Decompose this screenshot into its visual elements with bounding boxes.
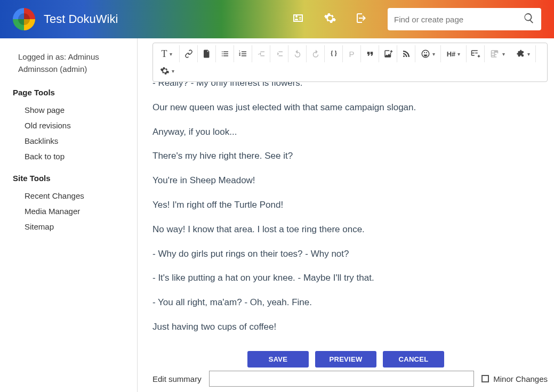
chevron-down-icon: ▾ — [432, 51, 435, 57]
rss-button[interactable] — [397, 45, 415, 62]
undo-icon — [293, 49, 302, 59]
text-style-icon: T — [162, 48, 167, 60]
editor-paragraph[interactable]: There's my hive right there. See it? — [152, 150, 548, 162]
smiley-icon — [421, 49, 430, 59]
outdent-icon — [256, 49, 266, 59]
search-box[interactable] — [388, 8, 541, 30]
preview-button[interactable]: PREVIEW — [315, 351, 376, 368]
content-pane: T▾ P ▾ H#▾ ▾ ▾ ▾ - Really? - My only int… — [138, 38, 554, 392]
bullet-list-button[interactable] — [216, 45, 234, 62]
app-logo — [13, 8, 35, 30]
rss-icon — [402, 49, 411, 59]
editor-paragraph[interactable]: - It's like putting a hat on your knee. … — [152, 272, 548, 284]
plugin-dropdown[interactable]: ▾ — [510, 45, 536, 62]
table-edit-dropdown[interactable]: ▾ — [485, 45, 510, 62]
paragraph-icon: P — [349, 50, 354, 59]
insert-image-button[interactable] — [379, 45, 397, 62]
editor-content[interactable]: - Really? - My only interest is flowers.… — [152, 77, 548, 341]
puzzle-icon — [516, 49, 525, 59]
indent-icon — [275, 49, 284, 59]
redo-icon — [311, 49, 320, 59]
minor-changes-label: Minor Changes — [493, 374, 548, 383]
sidebar-item-backlinks[interactable]: Backlinks — [13, 133, 131, 149]
profile-card-icon[interactable] — [292, 12, 304, 27]
link-icon — [184, 49, 194, 59]
save-button[interactable]: SAVE — [247, 351, 309, 368]
sidebar-item-sitemap[interactable]: Sitemap — [13, 219, 131, 234]
minor-changes-toggle[interactable]: Minor Changes — [481, 374, 548, 383]
settings-dropdown[interactable]: ▾ — [154, 62, 180, 79]
file-button[interactable] — [198, 45, 216, 62]
chevron-down-icon: ▾ — [527, 51, 530, 57]
table-edit-icon — [491, 49, 500, 59]
editor-paragraph[interactable]: Yes! I'm right off the Turtle Pond! — [152, 199, 548, 211]
numbered-list-icon — [238, 49, 248, 59]
sidebar: Logged in as: Adminus Adminsson (admin) … — [0, 38, 138, 392]
undo-button[interactable] — [288, 45, 307, 62]
sidebar-item-show-page[interactable]: Show page — [13, 102, 131, 118]
app-header: Test DokuWiki — [0, 0, 554, 38]
sidebar-item-recent-changes[interactable]: Recent Changes — [13, 188, 131, 203]
search-icon[interactable] — [523, 12, 535, 26]
heading-icon: H# — [447, 50, 456, 58]
chevron-down-icon: ▾ — [170, 51, 172, 57]
logout-icon[interactable] — [356, 12, 368, 27]
checkbox-icon[interactable] — [481, 375, 489, 382]
editor-paragraph[interactable]: Anyway, if you look... — [152, 126, 548, 138]
code-braces-icon — [329, 49, 339, 59]
header-actions — [292, 12, 368, 27]
summary-bar: Edit summary Minor Changes — [152, 371, 548, 387]
login-info: Logged in as: Adminus Adminsson (admin) — [13, 51, 131, 75]
chevron-down-icon: ▾ — [172, 68, 174, 74]
editor-paragraph[interactable]: You're in Sheep Meadow! — [152, 174, 548, 187]
table-button[interactable] — [467, 45, 485, 62]
search-input[interactable] — [394, 15, 523, 24]
table-plus-icon — [471, 49, 480, 59]
editor-paragraph[interactable]: - Why do girls put rings on their toes? … — [152, 248, 548, 260]
chevron-down-icon: ▾ — [502, 51, 505, 57]
bullet-list-icon — [220, 49, 230, 59]
edit-summary-input[interactable] — [209, 371, 475, 387]
text-style-dropdown[interactable]: T▾ — [154, 45, 180, 62]
file-icon — [202, 49, 212, 59]
redo-button[interactable] — [307, 45, 325, 62]
image-plus-icon — [383, 49, 393, 59]
site-tools-section: Site Tools Recent Changes Media Manager … — [13, 174, 131, 234]
main-area: Logged in as: Adminus Adminsson (admin) … — [0, 38, 554, 392]
numbered-list-button[interactable] — [234, 45, 252, 62]
outdent-button[interactable] — [252, 45, 270, 62]
sidebar-item-old-revisions[interactable]: Old revisions — [13, 118, 131, 133]
link-button[interactable] — [180, 45, 198, 62]
action-bar: SAVE PREVIEW CANCEL — [138, 351, 554, 368]
quote-icon — [365, 49, 375, 59]
edit-summary-label: Edit summary — [152, 374, 202, 383]
page-tools-heading: Page Tools — [13, 88, 131, 97]
editor-paragraph[interactable]: No way! I know that area. I lost a toe r… — [152, 223, 548, 236]
gear-icon[interactable] — [324, 12, 336, 27]
editor-paragraph[interactable]: Just having two cups of coffee! — [152, 321, 548, 333]
site-tools-heading: Site Tools — [13, 174, 131, 183]
site-title: Test DokuWiki — [44, 12, 292, 26]
code-button[interactable] — [325, 45, 343, 62]
sidebar-item-media-manager[interactable]: Media Manager — [13, 203, 131, 219]
paragraph-button[interactable]: P — [343, 45, 361, 62]
gear-icon — [160, 66, 170, 76]
editor-toolbar: T▾ P ▾ H#▾ ▾ ▾ ▾ — [152, 43, 548, 82]
cancel-button[interactable]: CANCEL — [383, 351, 444, 368]
quote-button[interactable] — [361, 45, 379, 62]
editor-paragraph[interactable]: - You all right, ma'am? - Oh, yeah. Fine… — [152, 296, 548, 309]
chevron-down-icon: ▾ — [457, 51, 460, 57]
indent-button[interactable] — [270, 45, 288, 62]
sidebar-item-back-to-top[interactable]: Back to top — [13, 149, 131, 164]
page-tools-section: Page Tools Show page Old revisions Backl… — [13, 88, 131, 164]
heading-dropdown[interactable]: H#▾ — [441, 45, 467, 62]
emoji-dropdown[interactable]: ▾ — [415, 45, 441, 62]
editor-paragraph[interactable]: Our new queen was just elected with that… — [152, 101, 548, 114]
